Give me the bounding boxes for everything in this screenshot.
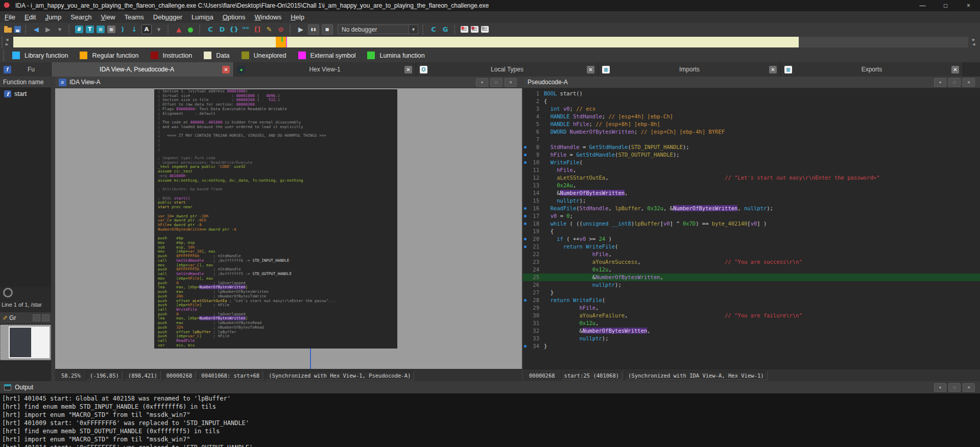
bookmarks-list-icon[interactable] — [481, 26, 489, 33]
navband-scroll-right2-icon[interactable]: ▶ — [972, 38, 975, 41]
pseudocode-line[interactable]: 23 aYouAreSuccess, // "You are success\r… — [523, 258, 980, 266]
names-window-icon[interactable]: T — [86, 26, 94, 33]
asm-line[interactable]: NumberOfBytesWritten= dword ptr -4 — [158, 228, 397, 232]
debugger-select[interactable]: No debugger▼ — [338, 24, 418, 34]
pseudocode-line[interactable]: 32 &NumberOfBytesWritten, — [523, 327, 980, 335]
navband-function-marker[interactable] — [276, 37, 286, 47]
pseudocode-line[interactable]: 6 DWORD NumberOfBytesWritten; // [esp+Ch… — [523, 128, 980, 136]
menu-item-teams[interactable]: Teams — [120, 11, 149, 23]
pseudocode-line[interactable]: 31 0x12u, — [523, 319, 980, 327]
asm-line[interactable]: ; Alignment : default — [158, 112, 397, 116]
statement-dot-icon[interactable] — [524, 154, 527, 156]
pseudocode-line[interactable]: 12 aLetSStartOutEa, // "Let's start out … — [523, 174, 980, 182]
chevron-down-icon[interactable]: ▼ — [409, 25, 418, 34]
graph-overview-button[interactable] — [33, 314, 40, 321]
pseudocode-line[interactable]: 14 &NumberOfBytesWritten, — [523, 189, 980, 197]
panel-restore-button[interactable]: ▾ — [476, 78, 488, 87]
pseudocode-line[interactable]: 3 int v0; // ecx — [523, 105, 980, 113]
pseudocode-line[interactable]: 29 hFile, — [523, 304, 980, 312]
close-icon[interactable]: ✕ — [404, 66, 412, 73]
menu-item-edit[interactable]: Edit — [20, 11, 40, 23]
menu-item-search[interactable]: Search — [66, 11, 96, 23]
pseudocode-line[interactable]: 1BOOL start() — [523, 90, 980, 97]
navigation-band[interactable]: ◀ ▶ ▶ ◀ — [0, 36, 980, 48]
statement-dot-icon[interactable] — [524, 215, 527, 217]
string-literal-icon[interactable]: "" — [241, 25, 250, 34]
open-file-icon[interactable] — [4, 28, 12, 33]
menu-item-view[interactable]: View — [96, 11, 119, 23]
pseudocode-line[interactable]: 16 ReadFile(StdHandle, lpBuffer, 0x32u, … — [523, 205, 980, 212]
navband-drag-handle[interactable] — [2, 37, 3, 47]
sync-decompiler-icon[interactable]: C — [429, 25, 438, 34]
pseudocode-line[interactable]: 22 hFile, — [523, 251, 980, 258]
output-titlebar[interactable]: Output ▾□✕ — [0, 381, 980, 393]
panel-close-button[interactable]: ✕ — [963, 78, 975, 87]
segments-window-icon[interactable]: ≡ — [97, 26, 105, 33]
edit-pencil-icon[interactable]: ✎ — [265, 25, 274, 34]
pseudocode-line[interactable]: 25 &NumberOfBytesWritten, — [523, 274, 980, 281]
minimize-button[interactable]: — — [911, 0, 934, 11]
breakpoint-brackets-icon[interactable]: [] — [253, 25, 262, 34]
panel-maximize-button[interactable]: □ — [490, 78, 503, 87]
pseudocode-line[interactable]: 30 aYouAreFailure, // "You are failure\r… — [523, 312, 980, 319]
menu-item-file[interactable]: File — [0, 11, 20, 23]
xrefs-list-icon[interactable] — [471, 26, 479, 33]
pseudocode-line[interactable]: 4 HANDLE StdHandle; // [esp+4h] [ebp-Ch] — [523, 113, 980, 120]
tab-local-types[interactable]: OLocal Types✕ — [416, 62, 599, 77]
pseudocode-line[interactable]: 18 while ( ((unsigned __int8)lpBuffer[v0… — [523, 220, 980, 228]
save-file-icon[interactable] — [14, 26, 21, 33]
asm-line[interactable]: ; Attributes: bp-based frame — [158, 187, 397, 192]
close-icon[interactable]: ✕ — [951, 66, 959, 73]
asm-line[interactable]: ; <<<< IT MAY CONTAIN TROJAN HORSES, VIR… — [158, 134, 397, 138]
statement-dot-icon[interactable] — [524, 345, 527, 347]
asm-line[interactable]: ; and was loaded because the user ordere… — [158, 125, 397, 130]
convert-c-icon[interactable]: C — [206, 25, 215, 34]
functions-window-icon[interactable]: # — [75, 26, 83, 33]
graph-overview-header[interactable]: ✎ Gr — [0, 312, 51, 324]
menu-item-debugger[interactable]: Debugger — [149, 11, 187, 23]
navigate-forward-icon[interactable]: ▶ — [43, 25, 53, 34]
tab-hex-view-1[interactable]: ●Hex View-1✕ — [234, 62, 416, 77]
asm-line[interactable]: ; — [158, 138, 397, 143]
navband-scroll-right-icon[interactable]: ▶ — [6, 42, 8, 46]
asm-line[interactable]: _text segment para public 'CODE' use32 — [158, 165, 397, 169]
signatures-window-icon[interactable]: ≋ — [107, 26, 115, 33]
close-icon[interactable]: ✕ — [222, 66, 230, 73]
pseudocode-line[interactable]: 20 if ( ++v0 >= 24 ) — [523, 235, 980, 243]
pseudocode-content[interactable]: 1BOOL start()2{3 int v0; // ecx4 HANDLE … — [523, 88, 980, 370]
pseudocode-line[interactable]: 7 — [523, 136, 980, 143]
asm-line[interactable]: assume es:nothing, ss:nothing, ds:_data,… — [158, 179, 397, 183]
statement-dot-icon[interactable] — [524, 238, 527, 240]
statement-dot-icon[interactable] — [524, 146, 527, 148]
tab-exports[interactable]: ≣Exports✕ — [781, 62, 963, 77]
pseudocode-line[interactable]: 21 return WriteFile( — [523, 243, 980, 251]
asm-line[interactable]: public start — [158, 201, 397, 205]
close-button[interactable]: × — [957, 0, 980, 11]
pseudocode-line[interactable]: 17 v0 = 0; — [523, 212, 980, 220]
asm-line[interactable]: ; — [158, 143, 397, 147]
statement-dot-icon[interactable] — [524, 299, 527, 302]
pseudocode-line[interactable]: 15 nullptr); — [523, 197, 980, 205]
debugger-pause-icon[interactable]: ▮▮ — [308, 24, 319, 35]
panel-close-button[interactable]: ✕ — [963, 383, 975, 392]
pseudocode-line[interactable]: 27 } — [523, 289, 980, 296]
asm-line[interactable]: assume cs:_text — [158, 169, 397, 174]
close-icon[interactable]: ✕ — [769, 66, 777, 73]
navband-scroll-left-icon[interactable]: ◀ — [6, 38, 8, 41]
graph-overview-thumbnail[interactable] — [0, 325, 51, 360]
disassembly-listing[interactable]: ; Section 1. (virtual address 00001000);… — [154, 89, 397, 349]
pseudocode-line[interactable]: 11 hFile, — [523, 166, 980, 174]
data-icon[interactable]: ▲ — [174, 25, 183, 34]
tab-imports[interactable]: ≣Imports✕ — [599, 62, 781, 77]
statement-dot-icon[interactable] — [524, 207, 527, 210]
navigate-back-icon[interactable]: ◀ — [32, 25, 41, 34]
produce-c-file-icon[interactable]: G — [441, 25, 450, 34]
functions-column-header[interactable]: Function name — [0, 77, 51, 88]
asm-line[interactable]: ; — [158, 147, 397, 152]
pseudocode-line[interactable]: 24 0x12u, — [523, 266, 980, 274]
pseudocode-line[interactable]: 28 return WriteFile( — [523, 296, 980, 304]
asm-line[interactable]: xor ecx, ecx — [158, 343, 397, 348]
navband-address-track[interactable] — [13, 37, 799, 47]
pseudocode-line[interactable]: 9 hFile = GetStdHandle(STD_OUTPUT_HANDLE… — [523, 151, 980, 159]
define-data-icon[interactable]: D — [218, 25, 227, 34]
